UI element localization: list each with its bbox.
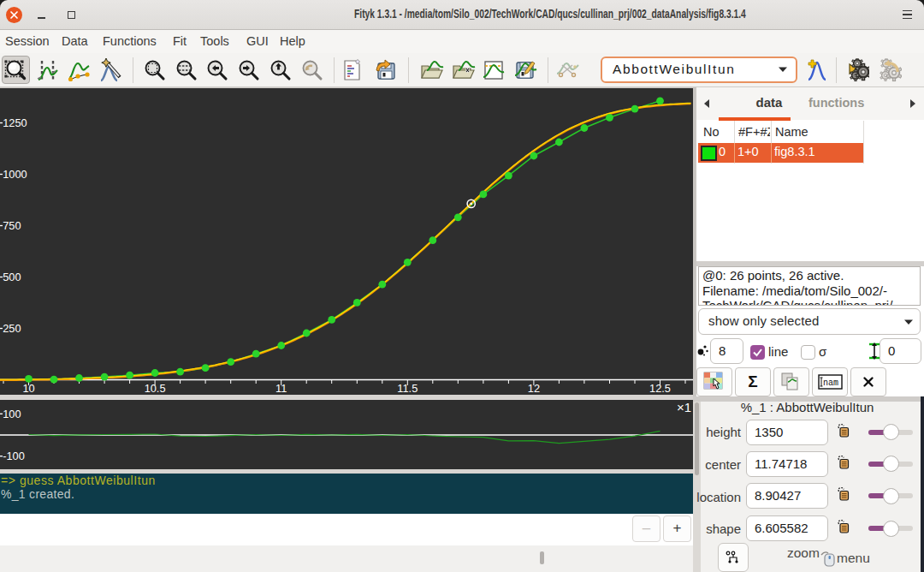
svg-text:1250: 1250 [3,116,27,129]
svg-text:1000: 1000 [3,168,27,181]
svg-text:12: 12 [528,382,540,395]
svg-text:×1: ×1 [677,400,691,414]
svg-text:-100: -100 [3,450,25,462]
svg-text:750: 750 [3,219,21,232]
svg-text:500: 500 [3,271,21,283]
svg-text:12.5: 12.5 [649,382,671,395]
svg-text:250: 250 [3,322,21,335]
svg-text:100: 100 [3,408,21,420]
svg-text:10: 10 [22,382,34,395]
svg-text:11: 11 [275,382,287,395]
svg-text:nam: nam [823,378,838,388]
svg-text:11.5: 11.5 [397,382,418,395]
svg-text:10.5: 10.5 [145,382,166,395]
